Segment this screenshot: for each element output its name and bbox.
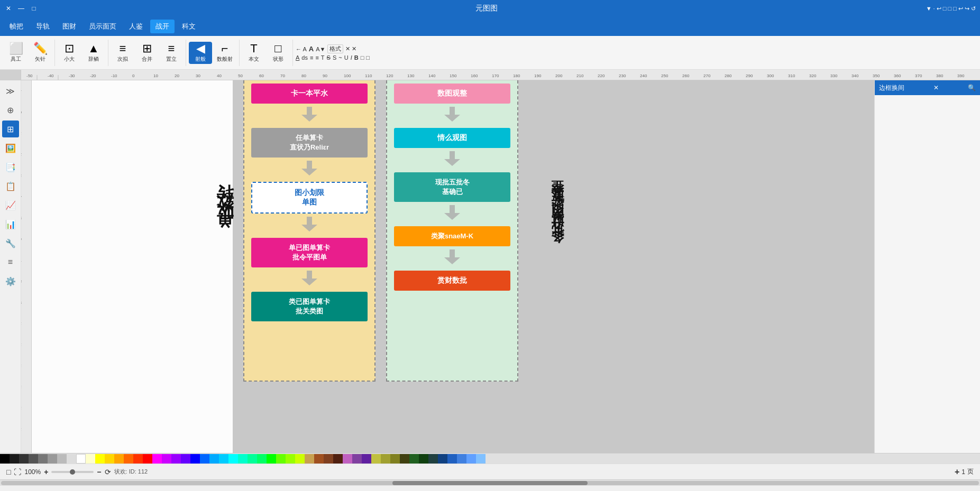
box-filter[interactable]: 任单算卡直状乃Reliεr: [251, 128, 368, 158]
color-swatch-48[interactable]: [457, 454, 466, 464]
box-batch-graph[interactable]: 单已图单算卡批令平图单: [251, 238, 368, 267]
menu-item-tools[interactable]: 帧把: [4, 20, 29, 33]
color-swatch-20[interactable]: [190, 454, 200, 464]
box-observe[interactable]: 数图观整: [394, 84, 510, 104]
color-swatch-23[interactable]: [219, 454, 228, 464]
color-swatch-7[interactable]: [57, 454, 67, 464]
color-swatch-12[interactable]: [114, 454, 124, 464]
box-class-graph[interactable]: 类已图单算卡批关类图: [251, 292, 368, 321]
color-swatch-28[interactable]: [267, 454, 276, 464]
color-swatch-37[interactable]: [352, 454, 362, 464]
sidebar-tools[interactable]: 🔧: [2, 235, 19, 252]
menu-item-people[interactable]: 人鉴: [124, 20, 148, 33]
sidebar-grid[interactable]: ⊞: [2, 121, 19, 137]
fullscreen-icon[interactable]: ⛶: [14, 468, 21, 476]
color-swatch-40[interactable]: [381, 454, 390, 464]
color-swatch-13[interactable]: [124, 454, 133, 464]
right-panel-close[interactable]: ✕: [933, 84, 939, 91]
color-swatch-25[interactable]: [238, 454, 248, 464]
color-swatch-35[interactable]: [333, 454, 343, 464]
color-swatch-19[interactable]: [181, 454, 190, 464]
color-swatch-17[interactable]: [162, 454, 171, 464]
sidebar-expand[interactable]: ≫: [2, 82, 19, 99]
color-swatch-50[interactable]: [476, 454, 486, 464]
box-selected[interactable]: 图小划限单图: [251, 182, 368, 214]
toolbar-size[interactable]: ⊡ 小大: [58, 42, 81, 64]
toolbar-shape[interactable]: □ 状形: [267, 42, 290, 64]
color-swatch-49[interactable]: [466, 454, 476, 464]
toolbar-position[interactable]: ≡ 置立: [160, 42, 183, 64]
color-swatch-32[interactable]: [305, 454, 314, 464]
toolbar-scale[interactable]: ▲ 辞鳞: [82, 42, 105, 64]
zoom-slider[interactable]: [51, 471, 94, 473]
color-swatch-29[interactable]: [276, 454, 286, 464]
toolbar-direction[interactable]: ◀ 射般: [189, 42, 212, 64]
color-swatch-white[interactable]: [76, 454, 86, 464]
zoom-out-btn[interactable]: −: [97, 468, 101, 476]
sidebar-chart[interactable]: 📈: [2, 197, 19, 214]
color-swatch-18[interactable]: [171, 454, 181, 464]
sidebar-layers[interactable]: 📑: [2, 159, 19, 175]
color-swatch-9[interactable]: [86, 454, 95, 464]
box-kmeans[interactable]: 类聚snaeM-K: [394, 226, 510, 246]
box-multi-batch[interactable]: 现批五批冬基确已: [394, 172, 510, 202]
sidebar-transform[interactable]: ⚙️: [2, 273, 19, 290]
color-swatch-3[interactable]: [19, 454, 29, 464]
menu-item-file[interactable]: 科文: [177, 20, 201, 33]
color-swatch-41[interactable]: [390, 454, 400, 464]
close-btn[interactable]: ✕: [4, 4, 13, 13]
sidebar-clipboard[interactable]: 📋: [2, 178, 19, 194]
color-swatch-10[interactable]: [95, 454, 105, 464]
color-swatch-38[interactable]: [362, 454, 371, 464]
canvas-area[interactable]: 单 吸 数 转 卡一本平水 任单算卡直状乃Reliεr: [32, 80, 874, 453]
menu-item-guides[interactable]: 导轨: [31, 20, 55, 33]
color-swatch-44[interactable]: [419, 454, 428, 464]
zoom-reset-btn[interactable]: ⟳: [105, 468, 111, 476]
color-swatch-31[interactable]: [295, 454, 305, 464]
page-add-btn[interactable]: +: [955, 467, 959, 477]
color-swatch-11[interactable]: [105, 454, 114, 464]
color-swatch-21[interactable]: [200, 454, 209, 464]
toolbar-text[interactable]: T 本文: [242, 42, 265, 64]
right-panel-search[interactable]: 🔍: [968, 84, 976, 91]
color-swatch-5[interactable]: [38, 454, 48, 464]
color-palette[interactable]: [0, 454, 980, 464]
color-swatch-36[interactable]: [343, 454, 352, 464]
toolbar-merge[interactable]: ⊞ 合并: [135, 42, 159, 64]
color-swatch-15[interactable]: [143, 454, 152, 464]
sidebar-add[interactable]: ⊕: [2, 101, 19, 118]
color-swatch-33[interactable]: [314, 454, 324, 464]
color-swatch-43[interactable]: [409, 454, 419, 464]
color-swatch-45[interactable]: [428, 454, 438, 464]
color-swatch-14[interactable]: [133, 454, 143, 464]
color-swatch-39[interactable]: [371, 454, 381, 464]
color-swatch-8[interactable]: [67, 454, 76, 464]
scrollbar-horizontal[interactable]: [0, 479, 980, 486]
minimize-btn[interactable]: —: [17, 4, 25, 13]
toolbar-order[interactable]: ≡ 次拟: [111, 42, 134, 64]
scrollbar-track-h[interactable]: [1, 481, 979, 485]
zoom-in-btn[interactable]: +: [44, 468, 48, 476]
color-swatch-26[interactable]: [248, 454, 257, 464]
box-reward[interactable]: 赏财数批: [394, 271, 510, 291]
sidebar-image[interactable]: 🖼️: [2, 140, 19, 156]
box-level[interactable]: 卡一本平水: [251, 84, 368, 104]
sidebar-filter[interactable]: ≡: [2, 254, 19, 271]
frame-icon[interactable]: □: [6, 468, 11, 476]
color-swatch-6[interactable]: [48, 454, 57, 464]
color-swatch-16[interactable]: [152, 454, 162, 464]
color-swatch-22[interactable]: [209, 454, 219, 464]
color-swatch-4[interactable]: [29, 454, 38, 464]
color-swatch-34[interactable]: [324, 454, 333, 464]
color-swatch-42[interactable]: [400, 454, 409, 464]
toolbar-data-direction[interactable]: ⌐ 数般射: [213, 42, 236, 64]
menu-item-open[interactable]: 战开: [150, 20, 175, 33]
toolbar-tool[interactable]: ⬜ 具工: [4, 42, 28, 64]
box-emotion[interactable]: 情么观图: [394, 128, 510, 148]
scrollbar-thumb-h[interactable]: [392, 481, 588, 485]
color-swatch-30[interactable]: [286, 454, 295, 464]
menu-item-pages[interactable]: 员示面页: [84, 20, 122, 33]
color-swatch-47[interactable]: [447, 454, 457, 464]
color-swatch-black[interactable]: [0, 454, 10, 464]
maximize-btn[interactable]: □: [30, 4, 38, 13]
